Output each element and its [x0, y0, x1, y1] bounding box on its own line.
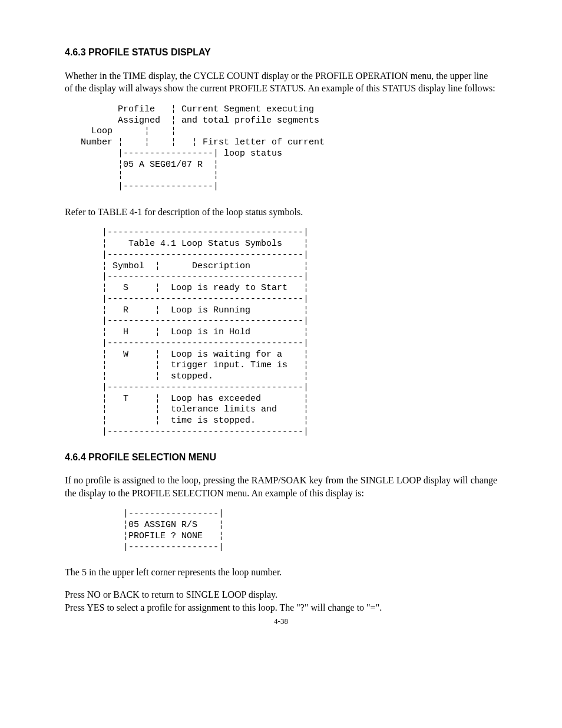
page-number: 4-38: [65, 616, 497, 627]
section-4-6-3-heading: 4.6.3 PROFILE STATUS DISPLAY: [65, 46, 497, 59]
profile-selection-diagram: |-----------------| ¦05 ASSIGN R/S ¦ ¦PR…: [65, 509, 497, 553]
section-4-6-4-intro-paragraph: If no profile is assigned to the loop, p…: [65, 474, 497, 499]
press-yes-instruction: Press YES to select a profile for assign…: [65, 601, 497, 614]
loop-status-symbols-table: |-------------------------------------| …: [65, 228, 497, 437]
table-reference-paragraph: Refer to TABLE 4-1 for description of th…: [65, 206, 497, 219]
press-no-instruction: Press NO or BACK to return to SINGLE LOO…: [65, 588, 497, 601]
status-display-diagram: Profile ¦ Current Segment executing Assi…: [65, 104, 497, 193]
section-4-6-3-intro-paragraph: Whether in the TIME display, the CYCLE C…: [65, 70, 497, 95]
section-4-6-4-heading: 4.6.4 PROFILE SELECTION MENU: [65, 451, 497, 464]
loop-number-explanation: The 5 in the upper left corner represent…: [65, 566, 497, 579]
